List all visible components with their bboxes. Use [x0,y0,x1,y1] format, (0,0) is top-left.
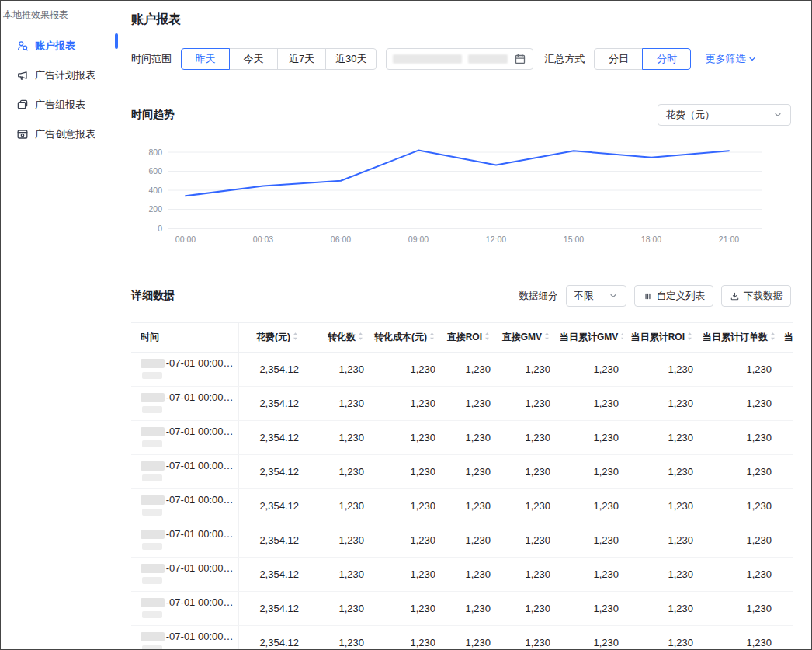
metric-cell: 1,230 [495,421,555,455]
time-cell: -07-01 00:00… [131,455,238,489]
sidebar-item-label: 广告创意报表 [35,127,95,141]
segment-select[interactable]: 不限 [566,285,626,307]
time-value: -07-01 00:00… [166,426,234,437]
metric-cell: 2,354.12 [238,558,304,592]
download-icon [730,291,740,301]
clipped-cell [776,523,793,558]
metric-cell: 1,230 [440,489,495,523]
aggregation-option-1[interactable]: 分时 [642,48,691,70]
time-value: -07-01 00:00… [166,494,234,506]
metric-cell: 1,230 [304,489,369,523]
download-data-button[interactable]: 下载数据 [721,285,791,307]
clipped-cell [776,387,793,421]
metric-cell: 1,230 [555,558,623,592]
clipped-cell [776,455,793,489]
svg-text:400: 400 [148,186,162,195]
redacted-text [141,393,165,402]
more-filters-link[interactable]: 更多筛选 [705,52,757,66]
time-range-option-0[interactable]: 昨天 [181,48,230,70]
metric-cell: 2,354.12 [238,387,304,421]
metric-cell: 1,230 [304,523,369,558]
table-row: -07-01 00:00…2,354.121,2301,2301,2301,23… [131,353,793,387]
metric-cell: 1,230 [440,626,495,650]
table-row: -07-01 00:00…2,354.121,2301,2301,2301,23… [131,387,793,421]
metric-cell: 1,230 [440,421,495,455]
clipped-cell [776,558,793,592]
svg-text:09:00: 09:00 [408,235,429,244]
megaphone-icon [16,69,29,82]
sidebar-item-label: 账户报表 [35,39,75,53]
sidebar-item-3[interactable]: 广告创意报表 [1,120,117,149]
sidebar-item-label: 广告组报表 [35,98,85,112]
clipped-cell [776,489,793,523]
metric-cell: 2,354.12 [238,489,304,523]
metric-select[interactable]: 花费（元） [658,104,791,126]
sidebar-item-1[interactable]: 广告计划报表 [1,61,117,90]
redacted-text [141,530,165,539]
metric-cell: 1,230 [555,592,623,626]
metric-cell: 1,230 [304,353,369,387]
time-value: -07-01 00:00… [166,460,234,471]
svg-text:00:03: 00:03 [253,235,273,244]
column-header-5[interactable]: 直接GMV [495,323,555,353]
metric-cell: 1,230 [369,523,440,558]
column-header-0: 时间 [131,323,238,353]
date-range-input[interactable] [386,48,533,70]
metric-cell: 1,230 [304,387,369,421]
column-header-1[interactable]: 花费(元) [238,323,304,353]
svg-text:00:00: 00:00 [175,235,196,244]
time-value: -07-01 00:00… [166,391,234,403]
data-table-wrap: 时间花费(元)转化数转化成本(元)直接ROI直接GMV当日累计GMV当日累计RO… [131,322,793,650]
sidebar-item-0[interactable]: 账户报表 [1,31,117,61]
metric-cell: 2,354.12 [238,626,304,650]
redacted-text [142,577,162,584]
time-range-option-1[interactable]: 今天 [229,48,278,70]
column-header-9: 当日 [776,323,793,353]
column-header-8[interactable]: 当日累计订单数 [698,323,776,353]
column-header-3[interactable]: 转化成本(元) [369,323,440,353]
svg-text:12:00: 12:00 [486,235,506,244]
svg-text:200: 200 [148,204,162,214]
time-cell: -07-01 00:00… [131,626,238,650]
time-range-option-2[interactable]: 近7天 [277,48,326,70]
trend-section-header: 时间趋势 花费（元） [131,104,791,126]
detail-title: 详细数据 [131,289,175,303]
sidebar-item-label: 广告计划报表 [35,68,95,82]
aggregation-option-0[interactable]: 分日 [594,48,643,70]
metric-cell: 1,230 [440,387,495,421]
metric-cell: 1,230 [495,455,555,489]
metric-cell: 2,354.12 [238,523,304,558]
redacted-text [141,495,165,505]
column-header-7[interactable]: 当日累计ROI [623,323,698,353]
column-header-6[interactable]: 当日累计GMV [555,323,623,353]
metric-cell: 1,230 [304,455,369,489]
column-header-4[interactable]: 直接ROI [440,323,495,353]
metric-cell: 1,230 [440,523,495,558]
metric-cell: 1,230 [495,353,555,387]
redacted-text [141,359,165,368]
metric-cell: 1,230 [555,353,623,387]
metric-cell: 2,354.12 [238,592,304,626]
detail-section-header: 详细数据 数据细分 不限 自定义列表 下载数据 [131,285,791,307]
metric-cell: 1,230 [369,558,440,592]
metric-cell: 1,230 [698,353,776,387]
svg-text:15:00: 15:00 [564,235,584,244]
metric-cell: 1,230 [304,421,369,455]
svg-text:0: 0 [158,224,162,233]
time-range-option-3[interactable]: 近30天 [325,48,377,70]
metric-cell: 1,230 [623,455,698,489]
metric-cell: 1,230 [304,592,369,626]
svg-text:600: 600 [148,166,162,176]
metric-cell: 1,230 [698,626,776,650]
metric-cell: 1,230 [698,558,776,592]
sidebar-item-2[interactable]: 广告组报表 [1,90,117,120]
time-range-button-group: 昨天今天近7天近30天 [181,48,377,70]
redacted-text [141,461,165,471]
chevron-down-icon [609,291,618,301]
segment-label: 数据细分 [519,290,558,303]
metric-cell: 1,230 [623,592,698,626]
table-row: -07-01 00:00…2,354.121,2301,2301,2301,23… [131,592,793,626]
metric-cell: 1,230 [369,489,440,523]
column-header-2[interactable]: 转化数 [304,323,369,353]
customize-columns-button[interactable]: 自定义列表 [634,285,714,307]
